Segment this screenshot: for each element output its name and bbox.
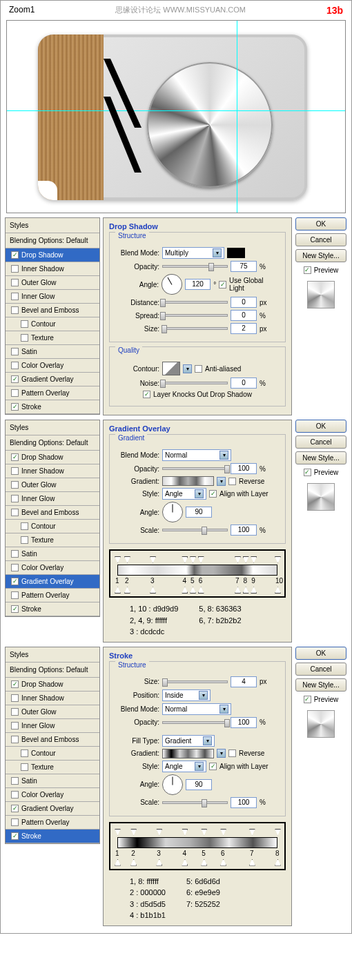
contour-swatch[interactable] xyxy=(162,362,180,375)
style-color-overlay[interactable]: Color Overlay xyxy=(6,788,99,802)
style-inner-glow[interactable]: Inner Glow xyxy=(6,492,99,506)
checkbox-icon[interactable] xyxy=(11,306,19,314)
style-texture[interactable]: Texture xyxy=(6,761,99,774)
checkbox-icon[interactable] xyxy=(11,403,19,411)
noise-slider[interactable] xyxy=(162,382,228,384)
checkbox-icon[interactable] xyxy=(143,391,150,398)
gradient-bar[interactable] xyxy=(117,565,277,576)
opacity-stop[interactable] xyxy=(275,829,281,836)
color-stop[interactable] xyxy=(150,587,156,594)
color-stop[interactable] xyxy=(249,859,255,866)
opacity-stop[interactable] xyxy=(198,556,204,563)
checkbox-icon[interactable] xyxy=(21,320,28,328)
checkbox-icon[interactable] xyxy=(11,265,19,273)
checkbox-icon[interactable] xyxy=(11,362,19,369)
angle-input[interactable]: 90 xyxy=(186,779,212,790)
style-color-overlay[interactable]: Color Overlay xyxy=(6,561,99,575)
size-slider[interactable] xyxy=(162,327,228,330)
chevron-down-icon[interactable]: ▾ xyxy=(183,364,192,373)
blend-mode-select[interactable]: Multiply▾ xyxy=(162,247,224,259)
style-outer-glow[interactable]: Outer Glow xyxy=(6,478,99,492)
new-style-button[interactable]: New Style... xyxy=(295,678,346,692)
checkbox-icon[interactable] xyxy=(11,279,19,286)
shadow-color-swatch[interactable] xyxy=(227,248,245,258)
style-contour[interactable]: Contour xyxy=(6,747,99,761)
opacity-stop[interactable] xyxy=(156,829,162,836)
ok-button[interactable]: OK xyxy=(295,217,346,231)
checkbox-icon[interactable] xyxy=(195,365,202,373)
opacity-slider[interactable] xyxy=(162,265,228,268)
checkbox-icon[interactable] xyxy=(304,266,311,274)
style-bevel[interactable]: Bevel and Emboss xyxy=(6,733,99,747)
chevron-down-icon[interactable]: ▾ xyxy=(217,477,226,486)
opacity-stop[interactable] xyxy=(220,829,226,836)
checkbox-icon[interactable] xyxy=(228,478,236,485)
checkbox-icon[interactable] xyxy=(21,334,28,342)
style-stroke[interactable]: Stroke xyxy=(6,400,99,414)
gradient-swatch[interactable] xyxy=(162,476,214,486)
distance-slider[interactable] xyxy=(162,301,228,304)
gradient-swatch[interactable] xyxy=(162,749,214,758)
style-satin[interactable]: Satin xyxy=(6,345,99,359)
scale-input[interactable]: 100 xyxy=(231,525,257,536)
opacity-input[interactable]: 100 xyxy=(231,717,257,728)
checkbox-icon[interactable] xyxy=(209,763,217,770)
style-pattern-overlay[interactable]: Pattern Overlay xyxy=(6,816,99,830)
checkbox-icon[interactable] xyxy=(11,293,19,300)
color-stop[interactable] xyxy=(275,859,281,866)
checkbox-icon[interactable] xyxy=(11,375,19,383)
style-gradient-overlay[interactable]: Gradient Overlay xyxy=(6,373,99,386)
angle-input[interactable]: 90 xyxy=(186,507,212,518)
style-inner-glow[interactable]: Inner Glow xyxy=(6,719,99,733)
color-stop[interactable] xyxy=(156,859,162,866)
color-stop[interactable] xyxy=(198,587,204,594)
scale-slider[interactable] xyxy=(162,801,228,804)
color-stop[interactable] xyxy=(275,587,281,594)
opacity-stop[interactable] xyxy=(243,556,249,563)
style-contour[interactable]: Contour xyxy=(6,317,99,331)
opacity-stop[interactable] xyxy=(275,556,281,563)
style-color-overlay[interactable]: Color Overlay xyxy=(6,359,99,373)
color-stop[interactable] xyxy=(115,587,121,594)
style-select[interactable]: Angle▾ xyxy=(162,488,206,500)
new-style-button[interactable]: New Style... xyxy=(295,451,346,464)
angle-control[interactable] xyxy=(162,274,182,295)
chevron-down-icon[interactable]: ▾ xyxy=(217,749,226,758)
ok-button[interactable]: OK xyxy=(295,647,346,660)
noise-input[interactable]: 0 xyxy=(231,378,257,389)
scale-slider[interactable] xyxy=(162,529,228,531)
style-drop-shadow[interactable]: Drop Shadow xyxy=(6,678,99,692)
opacity-stop[interactable] xyxy=(115,829,121,836)
checkbox-icon[interactable] xyxy=(11,348,19,355)
angle-control[interactable] xyxy=(162,502,183,522)
checkbox-icon[interactable] xyxy=(219,281,226,288)
style-inner-shadow[interactable]: Inner Shadow xyxy=(6,464,99,478)
style-satin[interactable]: Satin xyxy=(6,547,99,561)
spread-slider[interactable] xyxy=(162,314,228,317)
style-satin[interactable]: Satin xyxy=(6,774,99,788)
new-style-button[interactable]: New Style... xyxy=(295,249,346,262)
style-bevel[interactable]: Bevel and Emboss xyxy=(6,304,99,317)
angle-control[interactable] xyxy=(162,774,183,795)
color-stop[interactable] xyxy=(190,587,196,594)
cancel-button[interactable]: Cancel xyxy=(295,435,346,449)
gradient-bar[interactable] xyxy=(117,837,277,848)
opacity-stop[interactable] xyxy=(190,556,196,563)
color-stop[interactable] xyxy=(243,587,249,594)
color-stop[interactable] xyxy=(235,587,241,594)
opacity-slider[interactable] xyxy=(162,721,228,724)
style-pattern-overlay[interactable]: Pattern Overlay xyxy=(6,386,99,400)
style-texture[interactable]: Texture xyxy=(6,533,99,547)
style-drop-shadow[interactable]: Drop Shadow xyxy=(6,248,99,262)
opacity-stop[interactable] xyxy=(130,829,137,836)
style-stroke[interactable]: Stroke xyxy=(6,830,99,843)
opacity-stop[interactable] xyxy=(182,556,188,563)
ok-button[interactable]: OK xyxy=(295,420,346,433)
checkbox-icon[interactable] xyxy=(228,749,236,757)
angle-input[interactable]: 120 xyxy=(185,279,211,290)
style-gradient-overlay[interactable]: Gradient Overlay xyxy=(6,802,99,816)
opacity-stop[interactable] xyxy=(249,829,255,836)
opacity-stop[interactable] xyxy=(115,556,121,563)
blend-mode-select[interactable]: Normal▾ xyxy=(162,703,231,715)
style-bevel[interactable]: Bevel and Emboss xyxy=(6,506,99,520)
